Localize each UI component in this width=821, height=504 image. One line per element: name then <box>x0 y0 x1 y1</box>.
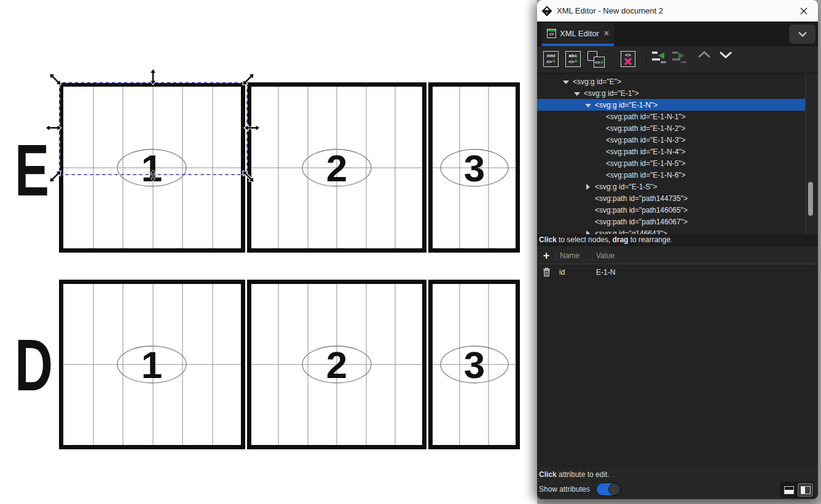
show-attributes-toggle[interactable] <box>596 482 621 496</box>
row-d-label: D <box>15 325 53 406</box>
scale-handle-e[interactable] <box>244 125 260 131</box>
tab-bar: <> XML Editor × <box>537 22 818 46</box>
section-number: 3 <box>464 147 485 189</box>
row-e: E <box>15 85 518 251</box>
tree-node[interactable]: <svg:path id="E-1-N-1"> <box>537 111 805 122</box>
chevron-down-icon <box>719 51 733 58</box>
tree-node-selected[interactable]: <svg:g id="E-1-N"> <box>537 99 805 111</box>
show-attributes-row: Show attributes <box>539 482 621 497</box>
attribute-edit-hint: Click attribute to edit. <box>539 470 610 479</box>
canvas-svg: E <box>0 0 537 504</box>
attr-name-header: Name <box>556 251 592 260</box>
attribute-row[interactable]: id E-1-N <box>537 264 818 280</box>
tree-node[interactable]: <svg:path id="E-1-N-5"> <box>537 157 805 169</box>
move-node-up-button[interactable] <box>697 51 711 58</box>
tree-scrollbar[interactable] <box>805 74 815 234</box>
expander-open-icon[interactable] <box>573 90 581 97</box>
attribute-value-area[interactable] <box>537 280 818 467</box>
tree-node[interactable]: <svg:path id="E-1-N-4"> <box>537 146 805 157</box>
inkscape-logo-icon <box>541 6 552 17</box>
screen: E <box>0 0 821 504</box>
xml-node-tree[interactable]: <svg:g id="E"> <svg:g id="E-1"> <svg:g i… <box>537 74 805 234</box>
chevron-down-icon <box>798 31 807 37</box>
chevron-up-icon <box>697 51 711 58</box>
show-attributes-label: Show attributes <box>539 485 590 494</box>
move-node-down-button[interactable] <box>719 51 733 58</box>
xml-toolbar: xml <>+ abc <>+ <>+ <> <box>537 47 818 73</box>
tree-node[interactable]: <svg:g id="E-1-S"> <box>537 181 805 192</box>
section-number: 2 <box>326 147 347 189</box>
tree-node[interactable]: <svg:g id="g146643"> <box>537 227 805 234</box>
expander-closed-icon[interactable] <box>584 183 592 191</box>
tab-close-icon[interactable]: × <box>604 28 609 38</box>
unindent-node-button[interactable] <box>651 51 667 63</box>
xml-editor-tab-icon: <> <box>547 29 556 38</box>
panel-menu-button[interactable] <box>789 25 815 44</box>
panel-layout-switch <box>780 482 814 498</box>
attributes-header: + Name Value <box>537 248 818 264</box>
tree-node[interactable]: <svg:path id="E-1-N-2"> <box>537 122 805 134</box>
horizontal-layout-button[interactable] <box>781 483 796 497</box>
dialog-title: XML Editor - New document 2 <box>557 6 663 15</box>
tree-node[interactable]: <svg:g id="E"> <box>537 76 805 87</box>
tree-node[interactable]: <svg:path id="path144735"> <box>537 192 805 204</box>
new-element-node-button[interactable]: xml <>+ <box>543 51 559 67</box>
expander-open-icon[interactable] <box>584 101 592 109</box>
section-number: 1 <box>141 344 162 386</box>
tree-node[interactable]: <svg:path id="path146065"> <box>537 204 805 216</box>
attr-value-header: Value <box>592 251 615 260</box>
tree-node[interactable]: <svg:path id="path146067"> <box>537 216 805 227</box>
vertical-layout-icon <box>801 486 811 494</box>
indent-node-icon <box>672 51 687 63</box>
duplicate-node-button[interactable]: <>+ <box>587 51 605 68</box>
new-text-node-button[interactable]: abc <>+ <box>565 51 581 67</box>
expander-open-icon[interactable] <box>562 78 570 85</box>
attribute-value[interactable]: E-1-N <box>592 268 615 277</box>
tab-label: XML Editor <box>560 29 599 38</box>
scrollbar-thumb[interactable] <box>808 182 813 216</box>
horizontal-layout-icon <box>784 486 794 494</box>
unindent-node-icon <box>651 51 667 63</box>
tree-node[interactable]: <svg:path id="E-1-N-3"> <box>537 134 805 146</box>
drawing-canvas[interactable]: E <box>0 0 537 504</box>
attribute-name[interactable]: id <box>556 268 592 277</box>
close-icon[interactable] <box>797 4 811 18</box>
delete-node-icon: <> <box>621 51 635 67</box>
delete-node-button[interactable]: <> <box>621 51 635 67</box>
tree-hint: Click to select nodes, drag to rearrange… <box>537 234 818 246</box>
expander-closed-icon[interactable] <box>584 230 592 235</box>
toolbar-separator <box>646 52 646 67</box>
section-number: 3 <box>464 344 485 386</box>
delete-attribute-button[interactable] <box>537 267 556 277</box>
dialog-titlebar[interactable]: XML Editor - New document 2 <box>537 0 818 22</box>
section-number: 1 <box>141 147 162 189</box>
vertical-layout-button[interactable] <box>798 483 813 497</box>
row-d: D 1 2 <box>15 282 518 447</box>
toggle-knob <box>608 483 621 495</box>
add-attribute-button[interactable]: + <box>537 250 556 262</box>
tree-node[interactable]: <svg:g id="E-1"> <box>537 87 805 99</box>
xml-editor-dialog: XML Editor - New document 2 <> XML Edito… <box>537 0 818 499</box>
duplicate-node-icon: <>+ <box>587 51 605 68</box>
scale-handle-nw[interactable] <box>47 71 63 87</box>
tree-node[interactable]: <svg:path id="E-1-N-6"> <box>537 169 805 181</box>
section-number: 2 <box>326 344 347 386</box>
indent-node-button[interactable] <box>672 51 687 63</box>
tab-xml-editor[interactable]: <> XML Editor × <box>542 23 614 46</box>
row-e-label: E <box>15 130 49 211</box>
trash-icon <box>543 267 551 277</box>
